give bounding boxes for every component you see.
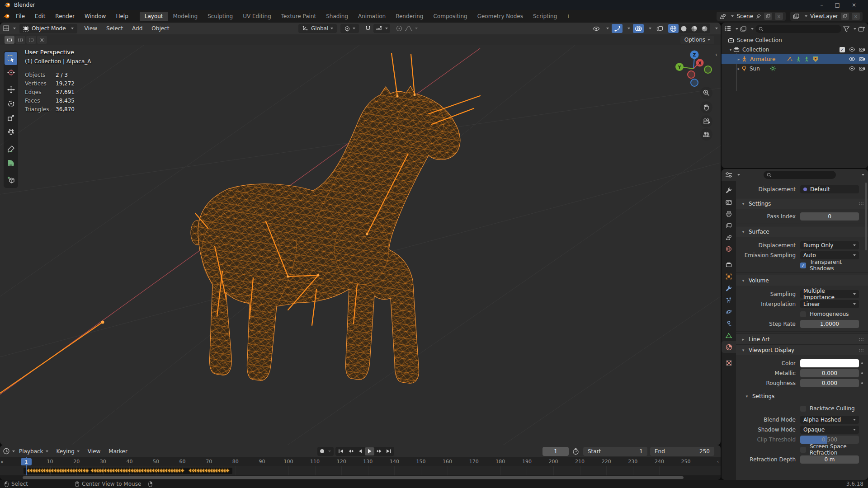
editor-type-icon[interactable] — [3, 25, 11, 32]
chevron-down-icon[interactable] — [736, 28, 738, 30]
gizmos-toggle[interactable] — [612, 24, 623, 33]
select-mode-set-button[interactable] — [5, 36, 14, 44]
chevron-down-icon[interactable] — [415, 28, 418, 29]
select-mode-extend-button[interactable] — [15, 36, 25, 44]
mode-selector[interactable]: Object Mode — [19, 24, 77, 33]
hide-eye-icon[interactable] — [849, 56, 855, 61]
rotate-tool[interactable] — [5, 97, 17, 110]
drag-handle-icon[interactable] — [859, 349, 863, 352]
show-object-types-button[interactable] — [590, 24, 601, 33]
disclosure-triangle-icon[interactable]: ▸ — [736, 57, 741, 61]
chevron-down-icon[interactable] — [649, 28, 651, 29]
screen-space-refraction-checkbox[interactable] — [800, 447, 806, 453]
orthographic-toggle-button[interactable] — [700, 128, 712, 141]
shading-material-button[interactable] — [689, 24, 699, 33]
annotate-tool[interactable] — [5, 142, 17, 155]
displacement-node-field[interactable]: Default — [800, 185, 859, 193]
chevron-down-icon[interactable] — [606, 28, 609, 29]
row-label[interactable]: Collection — [742, 47, 769, 53]
chevron-down-icon[interactable] — [737, 174, 740, 176]
metallic-field[interactable]: 0.000 — [800, 369, 859, 377]
new-collection-button[interactable] — [858, 26, 865, 32]
tab-view-layer[interactable] — [722, 220, 736, 231]
collapse-region-icon[interactable]: ‹ — [715, 52, 717, 58]
transform-tool[interactable] — [5, 125, 17, 138]
camera-view-button[interactable] — [700, 115, 712, 127]
panel-header-settings[interactable]: ▾ Settings — [736, 198, 868, 209]
row-label[interactable]: Scene Collection — [737, 37, 782, 43]
timeline-menu-view[interactable]: View — [84, 448, 104, 455]
surface-displacement-dropdown[interactable]: Bump Only — [800, 241, 859, 249]
row-label[interactable]: Sun — [750, 66, 760, 72]
workspace-tab-shading[interactable]: Shading — [321, 12, 353, 21]
scrollbar-thumb[interactable] — [23, 476, 684, 479]
jump-to-end-button[interactable] — [384, 447, 393, 455]
pin-icon[interactable] — [756, 14, 761, 19]
select-mode-invert-button[interactable] — [37, 36, 47, 44]
timeline-menu-marker[interactable]: Marker — [104, 448, 131, 455]
snap-toggle[interactable] — [363, 24, 373, 33]
outliner-row-sun[interactable]: ▸ Sun — [722, 64, 868, 73]
expand-channels-icon[interactable]: ▸ — [1, 459, 4, 464]
subpanel-header-settings[interactable]: ▾ Settings — [736, 391, 868, 402]
tab-object-data[interactable] — [722, 329, 736, 341]
panel-header-volume[interactable]: ▾ Volume — [736, 275, 868, 286]
workspace-tab-texture-paint[interactable]: Texture Paint — [276, 12, 321, 21]
close-button[interactable]: × — [852, 2, 856, 8]
render-visibility-camera-icon[interactable] — [859, 66, 865, 71]
display-mode-icon[interactable] — [740, 26, 747, 32]
move-tool[interactable] — [5, 83, 17, 96]
chevron-down-icon[interactable] — [13, 28, 16, 29]
view-layer-selector[interactable]: ViewLayer × — [790, 12, 863, 21]
shading-solid-button[interactable] — [679, 24, 689, 33]
current-frame-field[interactable]: 1 — [542, 447, 569, 456]
jump-to-start-button[interactable] — [336, 447, 346, 455]
scene-selector[interactable]: Scene × — [717, 12, 786, 21]
properties-editor-type-icon[interactable] — [725, 172, 732, 178]
transform-orientation-selector[interactable]: Global — [298, 24, 337, 33]
gizmo-axis-z-neg[interactable] — [691, 79, 698, 86]
viewport-menu-select[interactable]: Select — [102, 25, 127, 32]
transparent-shadows-checkbox[interactable]: ✓ — [800, 263, 806, 268]
outliner-row-scene-collection[interactable]: Scene Collection — [722, 35, 868, 45]
falloff-curve-icon[interactable] — [405, 25, 413, 32]
workspace-tab-rendering[interactable]: Rendering — [391, 12, 428, 21]
frame-end-field[interactable]: End 250 — [650, 447, 714, 456]
maximize-button[interactable]: □ — [835, 2, 840, 8]
add-cube-tool[interactable] — [5, 174, 17, 187]
tab-constraints[interactable] — [722, 318, 736, 329]
unlink-scene-button[interactable]: × — [775, 13, 783, 20]
clip-threshold-slider[interactable]: 0.500 — [800, 436, 859, 444]
outliner-row-armature[interactable]: ▸ Armature — [722, 54, 868, 64]
tab-render[interactable] — [722, 196, 736, 208]
add-workspace-button[interactable]: + — [562, 12, 575, 21]
tab-object[interactable] — [722, 271, 736, 282]
drag-handle-icon[interactable] — [859, 202, 863, 205]
previous-keyframe-button[interactable] — [346, 447, 355, 455]
select-box-tool[interactable] — [5, 52, 17, 65]
chevron-down-icon[interactable] — [715, 28, 718, 29]
next-keyframe-button[interactable] — [374, 447, 384, 455]
navigation-gizmo[interactable]: Z X Y — [674, 47, 715, 91]
workspace-tab-compositing[interactable]: Compositing — [428, 12, 472, 21]
shadow-mode-dropdown[interactable]: Opaque — [800, 426, 859, 434]
timeline-ruler[interactable]: 1020304050607080901001101201301401501601… — [0, 457, 721, 466]
tab-physics[interactable] — [722, 306, 736, 318]
properties-search[interactable] — [764, 171, 836, 179]
backface-culling-checkbox[interactable] — [800, 406, 806, 412]
chevron-down-icon[interactable] — [751, 28, 754, 30]
use-preview-range-stopwatch-icon[interactable] — [572, 448, 579, 455]
xray-toggle[interactable] — [654, 24, 665, 33]
workspace-tab-sculpting[interactable]: Sculpting — [203, 12, 238, 21]
animate-dot-icon[interactable] — [859, 382, 865, 384]
selectability-checkbox[interactable]: ✓ — [840, 47, 845, 52]
timeline-scrollbar[interactable] — [0, 475, 721, 480]
current-frame-indicator[interactable]: 1 — [21, 458, 32, 465]
timeline-track[interactable] — [0, 466, 721, 475]
workspace-tab-animation[interactable]: Animation — [353, 12, 391, 21]
blend-mode-dropdown[interactable]: Alpha Hashed — [800, 416, 859, 424]
select-mode-subtract-button[interactable] — [26, 36, 36, 44]
gizmo-axis-y-neg[interactable] — [704, 66, 712, 73]
alpaca-wireframe-mesh[interactable] — [191, 86, 460, 383]
viewport-color-swatch[interactable] — [800, 359, 859, 367]
